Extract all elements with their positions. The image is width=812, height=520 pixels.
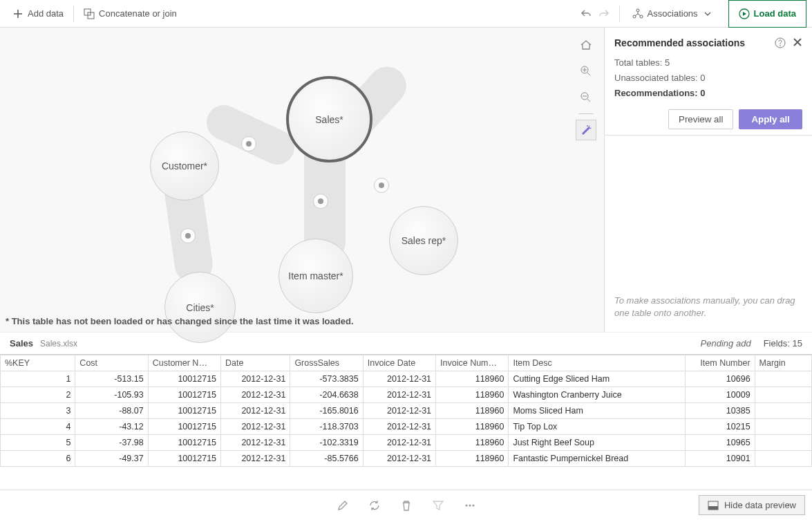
table-bubble-sales-rep[interactable]: Sales rep* (389, 206, 458, 275)
table-cell: 2012-12-31 (221, 403, 290, 419)
svg-point-12 (472, 504, 474, 506)
hide-data-preview-button[interactable]: Hide data preview (699, 495, 805, 515)
table-cell: -43.12 (75, 419, 148, 435)
column-header[interactable]: Date (221, 355, 290, 371)
table-cell: 10012715 (148, 387, 220, 403)
associations-label: Associations (648, 8, 698, 19)
filter-icon[interactable] (432, 499, 444, 512)
toolbar-separator (619, 6, 620, 22)
column-header[interactable]: Item Number (686, 355, 755, 371)
apply-all-button[interactable]: Apply all (739, 109, 802, 129)
concatenate-button[interactable]: Concatenate or join (77, 4, 184, 24)
fields-value: 15 (793, 338, 802, 349)
load-data-button[interactable]: Load data (728, 0, 806, 28)
data-preview-grid[interactable]: %KEYCostCustomer N…DateGrossSalesInvoice… (0, 354, 812, 482)
associations-icon (632, 8, 643, 19)
column-header[interactable]: %KEY (1, 355, 75, 371)
zoom-in-icon[interactable] (576, 61, 596, 82)
table-bubble-customer[interactable]: Customer* (150, 131, 219, 201)
table-cell (755, 435, 811, 451)
help-icon[interactable] (775, 37, 786, 48)
edit-icon[interactable] (337, 499, 349, 512)
table-cell: 10696 (686, 371, 755, 387)
concatenate-label: Concatenate or join (99, 8, 177, 19)
table-cell: 2012-12-31 (363, 371, 435, 387)
table-cell: 10385 (686, 403, 755, 419)
table-row[interactable]: 2-105.93100127152012-12-31-204.66382012-… (1, 387, 812, 403)
add-data-button[interactable]: Add data (6, 4, 70, 24)
table-cell: 10012715 (148, 451, 220, 467)
column-header[interactable]: GrossSales (290, 355, 363, 371)
preview-status: Pending add (701, 338, 751, 349)
zoom-out-icon[interactable] (576, 87, 596, 108)
table-bubble-cities[interactable]: Cities* (164, 272, 236, 343)
table-cell: -85.5766 (290, 451, 363, 467)
table-cell: 10012715 (148, 371, 220, 387)
table-row[interactable]: 4-43.12100127152012-12-31-118.37032012-1… (1, 419, 812, 435)
table-cell: 118960 (436, 419, 509, 435)
more-icon[interactable] (464, 499, 476, 512)
magic-wand-icon[interactable] (576, 120, 596, 140)
svg-point-8 (775, 38, 785, 48)
table-cell: 2012-12-31 (363, 403, 435, 419)
table-cell: 10012715 (148, 419, 220, 435)
redo-icon[interactable] (598, 8, 610, 19)
svg-point-10 (465, 504, 467, 506)
panel-title: Recommended associations (614, 37, 745, 48)
table-bubble-item-master[interactable]: Item master* (278, 239, 353, 313)
table-row[interactable]: 5-37.98100127152012-12-31-102.33192012-1… (1, 435, 812, 451)
table-cell: -165.8016 (290, 403, 363, 419)
table-cell: 2012-12-31 (363, 419, 435, 435)
bubble-label: Sales rep* (402, 235, 446, 246)
undo-icon[interactable] (580, 8, 592, 19)
load-data-label: Load data (754, 8, 796, 19)
table-cell: 10901 (686, 451, 755, 467)
close-icon[interactable] (793, 37, 802, 48)
associations-dropdown[interactable]: Associations (625, 4, 720, 24)
table-cell: -118.3703 (290, 419, 363, 435)
table-cell: 118960 (436, 403, 509, 419)
table-cell: 118960 (436, 435, 509, 451)
total-tables-value: 5 (665, 57, 670, 68)
column-header[interactable]: Invoice Date (363, 355, 435, 371)
delete-icon[interactable] (400, 499, 413, 512)
table-cell: 2012-12-31 (221, 387, 290, 403)
table-cell: 2012-12-31 (221, 435, 290, 451)
table-cell: Just Right Beef Soup (509, 435, 686, 451)
recommendations-label: Recommendations: (614, 88, 700, 98)
canvas-tools (574, 35, 598, 140)
table-cell: 2012-12-31 (363, 435, 435, 451)
panel-hint: To make associations manually, you can d… (605, 286, 812, 332)
column-header[interactable]: Cost (75, 355, 148, 371)
table-cell: 10215 (686, 419, 755, 435)
preview-all-button[interactable]: Preview all (668, 109, 733, 129)
table-cell: 118960 (436, 387, 509, 403)
table-row[interactable]: 6-49.37100127152012-12-31-85.57662012-12… (1, 451, 812, 467)
table-row[interactable]: 3-88.07100127152012-12-31-165.80162012-1… (1, 403, 812, 419)
column-header[interactable]: Margin (755, 355, 811, 371)
bubble-label: Customer* (162, 160, 207, 171)
table-cell: Washington Cranberry Juice (509, 387, 686, 403)
table-bubble-sales[interactable]: Sales* (286, 76, 372, 162)
column-header[interactable]: Customer N… (148, 355, 220, 371)
refresh-icon[interactable] (368, 499, 381, 512)
canvas-footnote: * This table has not been loaded or has … (6, 316, 354, 326)
association-joint[interactable] (241, 136, 256, 151)
table-cell: 6 (1, 451, 75, 467)
association-joint[interactable] (180, 228, 196, 243)
plus-icon (12, 8, 23, 19)
recommendations-panel: Recommended associations Total tables: 5… (605, 28, 812, 332)
bottom-bar: Hide data preview (0, 490, 812, 520)
table-cell: 2 (1, 387, 75, 403)
fields-label: Fields: (764, 338, 793, 349)
association-joint[interactable] (374, 178, 389, 193)
preview-table-name: Sales (10, 338, 33, 349)
table-row[interactable]: 1-513.15100127152012-12-31-573.38352012-… (1, 371, 812, 387)
column-header[interactable]: Invoice Num… (436, 355, 509, 371)
table-cell: -102.3319 (290, 435, 363, 451)
preview-header: Sales Sales.xlsx Pending add Fields: 15 (0, 332, 812, 354)
association-joint[interactable] (313, 194, 328, 209)
associations-canvas[interactable]: Sales* Customer* Cities* Item master* Sa… (0, 28, 605, 332)
column-header[interactable]: Item Desc (509, 355, 686, 371)
home-icon[interactable] (576, 35, 596, 55)
